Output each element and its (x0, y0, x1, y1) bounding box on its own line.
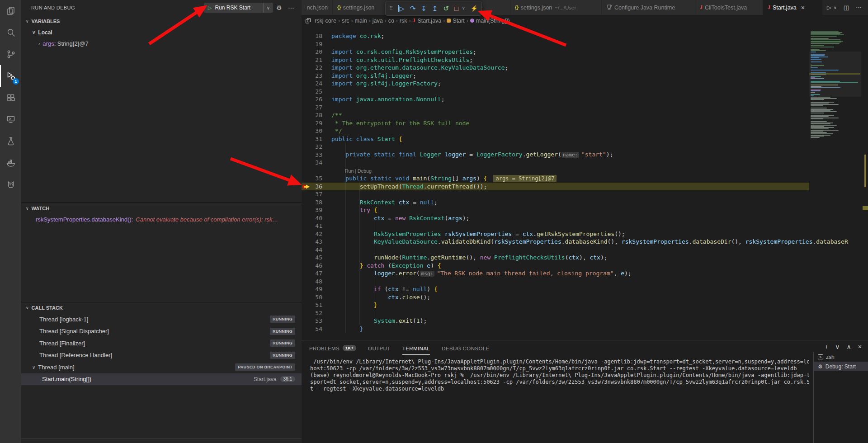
gutter[interactable] (302, 262, 311, 270)
breadcrumb-item[interactable]: java (373, 18, 383, 24)
more-icon[interactable]: ⋯ (856, 4, 862, 11)
gutter[interactable] (302, 95, 311, 104)
pets-icon[interactable] (0, 174, 21, 195)
run-and-debug-icon[interactable]: 1 (0, 65, 21, 87)
panel-tab-output[interactable]: OUTPUT (368, 340, 391, 356)
close-panel-icon[interactable]: × (858, 343, 862, 350)
chevron-down-icon[interactable]: ∨ (263, 3, 273, 13)
gutter[interactable] (302, 174, 311, 183)
step-into-icon[interactable]: ↧ (421, 5, 427, 12)
panel-tab-problems[interactable]: PROBLEMS1K+ (309, 340, 356, 356)
close-icon[interactable]: × (801, 4, 805, 11)
gutter[interactable] (302, 40, 311, 48)
gutter[interactable] (302, 317, 311, 325)
gutter[interactable] (302, 159, 311, 167)
codelens-run-debug[interactable]: Run | Debug (302, 167, 809, 175)
gutter[interactable] (302, 190, 311, 198)
gutter[interactable] (302, 222, 311, 230)
maximize-panel-icon[interactable]: ∧ (847, 343, 851, 350)
breadcrumb-item[interactable]: rsk (400, 18, 407, 24)
breadcrumb-item[interactable]: rskj-core (315, 18, 336, 24)
gutter[interactable] (302, 269, 311, 278)
gear-icon[interactable]: ⚙ (276, 0, 282, 16)
terminal-output[interactable]: /usr/bin/env /Library/Internet\ Plug-Ins… (310, 358, 809, 392)
thread-row[interactable]: Thread [Finalizer]RUNNING (21, 337, 302, 349)
variable-row[interactable]: ›args: String[2]@7 (21, 38, 302, 49)
continue-icon[interactable]: ▷ (398, 5, 405, 12)
breadcrumb-item[interactable]: Start (447, 18, 464, 24)
gutter[interactable] (302, 48, 311, 56)
breadcrumb-item[interactable]: main (355, 18, 367, 24)
restart-icon[interactable]: ↺ (443, 5, 449, 12)
terminal-list-item[interactable]: ⚙Debug: Start (814, 362, 868, 371)
gutter[interactable] (302, 72, 311, 80)
gutter[interactable] (302, 143, 311, 151)
step-out-icon[interactable]: ↥ (432, 5, 438, 12)
breadcrumb-item[interactable]: main(String[]) (470, 18, 510, 24)
gutter[interactable] (302, 80, 311, 88)
gutter[interactable] (302, 32, 311, 40)
breadcrumb-item[interactable]: JStart.java (413, 17, 442, 24)
search-icon[interactable] (0, 22, 21, 43)
call-stack-header[interactable]: ∨CALL STACK (21, 302, 302, 313)
step-over-icon[interactable]: ↷ (410, 5, 416, 12)
gutter[interactable] (302, 278, 311, 286)
gutter[interactable] (302, 230, 311, 238)
new-terminal-icon[interactable]: + (825, 343, 828, 350)
gutter[interactable] (302, 254, 311, 262)
breadcrumb-item[interactable]: src (342, 18, 349, 24)
testing-icon[interactable] (0, 130, 21, 152)
thread-row[interactable]: Thread [Signal Dispatcher]RUNNING (21, 325, 302, 338)
gutter[interactable] (302, 111, 311, 119)
open-editors-icon[interactable] (305, 18, 311, 24)
hot-code-replace-icon[interactable]: ⚡ (471, 5, 478, 11)
thread-row[interactable]: ∨Thread [main]PAUSED ON BREAKPOINT (21, 361, 302, 373)
tab-settings-json[interactable]: {}settings.json~/.../User (510, 0, 602, 15)
terminal-list-item[interactable]: >zsh (814, 352, 868, 362)
run-dropdown-icon[interactable]: ∨ (834, 5, 837, 10)
gutter[interactable] (302, 325, 311, 333)
watch-header[interactable]: ∨WATCH (21, 203, 302, 214)
gutter[interactable] (302, 64, 311, 72)
terminal-dropdown-icon[interactable]: ∨ (835, 343, 840, 350)
split-editor-icon[interactable]: ◫ (844, 4, 849, 11)
breadcrumb-item[interactable]: co (388, 18, 394, 24)
thread-row[interactable]: Thread [Reference Handler]RUNNING (21, 349, 302, 362)
gutter[interactable] (302, 301, 311, 309)
gutter[interactable] (302, 135, 311, 143)
gutter[interactable] (302, 309, 311, 317)
stack-frame-row[interactable]: Start.main(String[])Start.java36:1 (21, 373, 302, 386)
stop-dropdown-icon[interactable]: ∨ (462, 6, 465, 10)
explorer-icon[interactable] (0, 0, 21, 22)
gutter[interactable] (302, 293, 311, 302)
current-line-breakpoint-icon[interactable] (302, 183, 311, 191)
gutter[interactable] (302, 246, 311, 254)
breakpoints-section[interactable]: BREAKPOINTS (21, 438, 302, 443)
gutter[interactable] (302, 238, 311, 246)
tab-clitoolstest-java[interactable]: JCliToolsTest.java (695, 0, 763, 15)
watch-expression-row[interactable]: rskSystemProperties.databaseKind():Canno… (21, 214, 302, 225)
gutter[interactable] (302, 56, 311, 64)
gutter[interactable] (302, 104, 311, 112)
thread-row[interactable]: Thread [logback-1]RUNNING (21, 313, 302, 325)
stop-icon[interactable]: □ (454, 5, 458, 12)
run-config-dropdown[interactable]: ▷ Run RSK Start ∨ (204, 3, 273, 13)
gutter[interactable] (302, 206, 311, 214)
variables-scope[interactable]: ∨Local (21, 27, 302, 38)
gutter[interactable] (302, 198, 311, 207)
docker-icon[interactable] (0, 152, 21, 174)
remote-explorer-icon[interactable] (0, 108, 21, 130)
tab-start-java[interactable]: JStart.java× (763, 0, 823, 15)
more-icon[interactable]: ⋯ (288, 0, 294, 16)
run-icon[interactable]: ▷ (827, 4, 831, 11)
source-control-icon[interactable] (0, 43, 21, 65)
panel-tab-debug-console[interactable]: DEBUG CONSOLE (442, 340, 490, 356)
gutter[interactable] (302, 119, 311, 127)
drag-handle-icon[interactable]: ⠿ (389, 6, 393, 11)
variables-header[interactable]: ∨VARIABLES (21, 16, 302, 27)
gutter[interactable] (302, 285, 311, 293)
gutter[interactable] (302, 127, 311, 135)
gutter[interactable] (302, 151, 311, 159)
tab-nch-json[interactable]: nch.json (302, 0, 333, 15)
gutter[interactable] (302, 88, 311, 96)
